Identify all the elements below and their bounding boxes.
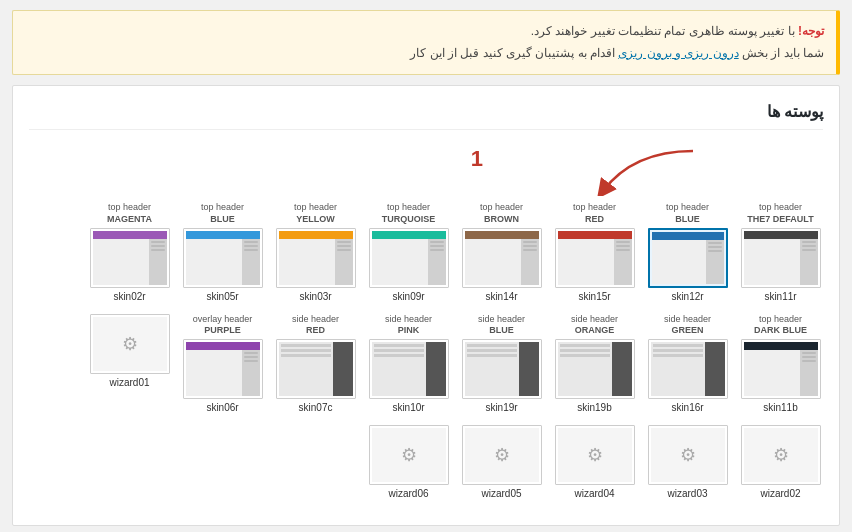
skin-preview bbox=[648, 228, 728, 288]
skin-name-label: skin06r bbox=[206, 402, 238, 413]
skin-row-3: ⚙ wizard02 ⚙ wizard03 ⚙ wizard04 bbox=[29, 423, 823, 501]
skin-name-label: skin05r bbox=[206, 291, 238, 302]
skin-item-skin19b[interactable]: side header ORANGE skin19b bbox=[552, 312, 637, 415]
skin-item-skin12r[interactable]: top header BLUE skin12r bbox=[645, 200, 730, 303]
skin-preview bbox=[90, 228, 170, 288]
skin-preview bbox=[741, 228, 821, 288]
skin-name-label: skin16r bbox=[671, 402, 703, 413]
skin-label: top header BROWN bbox=[480, 202, 523, 225]
notice-box: توجه! با تغییر پوسته ظاهری تمام تنظیمات … bbox=[12, 10, 840, 75]
skin-name-label: skin10r bbox=[392, 402, 424, 413]
annotation-area: 1 bbox=[29, 146, 823, 196]
notice-text3: اقدام به پشتیبان گیری کنید قبل از این کا… bbox=[410, 46, 618, 60]
skin-item-wizard06[interactable]: ⚙ wizard06 bbox=[366, 423, 451, 501]
skin-name-label: skin19b bbox=[577, 402, 611, 413]
skin-item-skin15r[interactable]: top header RED skin15r bbox=[552, 200, 637, 303]
skin-item-skin19r[interactable]: side header BLUE skin19r bbox=[459, 312, 544, 415]
skin-name-label: skin07c bbox=[299, 402, 333, 413]
skin-name-label: wizard05 bbox=[481, 488, 521, 499]
skin-label: side header RED bbox=[292, 314, 339, 337]
skin-name-label: skin11b bbox=[763, 402, 797, 413]
page-wrapper: توجه! با تغییر پوسته ظاهری تمام تنظیمات … bbox=[0, 10, 852, 532]
skin-name-label: skin15r bbox=[578, 291, 610, 302]
skin-preview bbox=[276, 339, 356, 399]
skin-item-skin11b[interactable]: top header DARK BLUE skin11b bbox=[738, 312, 823, 415]
skin-preview: ⚙ bbox=[648, 425, 728, 485]
skin-preview bbox=[555, 339, 635, 399]
skin-preview bbox=[555, 228, 635, 288]
skin-name-label: skin14r bbox=[485, 291, 517, 302]
skin-item-skin16r[interactable]: side header GREEN skin16r bbox=[645, 312, 730, 415]
skin-name-label: skin12r bbox=[671, 291, 703, 302]
skin-preview: ⚙ bbox=[369, 425, 449, 485]
skin-label: top header RED bbox=[573, 202, 616, 225]
panel-title: پوسته ها bbox=[29, 102, 823, 130]
notice-text1: با تغییر پوسته ظاهری تمام تنظیمات تغییر … bbox=[531, 24, 798, 38]
skin-item-skin05r[interactable]: top header BLUE skin05r bbox=[180, 200, 265, 303]
skin-item-wizard01[interactable]: ⚙ wizard01 bbox=[87, 312, 172, 415]
skin-row-1: top header THE7 DEFAULT skin11r top head… bbox=[29, 200, 823, 303]
skin-label: top header MAGENTA bbox=[107, 202, 152, 225]
skin-label: overlay header PURPLE bbox=[193, 314, 253, 337]
skin-label: top header YELLOW bbox=[294, 202, 337, 225]
skin-label: side header ORANGE bbox=[571, 314, 618, 337]
skin-item-skin09r[interactable]: top header TURQUOISE skin09r bbox=[366, 200, 451, 303]
skin-row-2: top header DARK BLUE skin11b side header bbox=[29, 312, 823, 415]
notice-bold: توجه! bbox=[798, 24, 824, 38]
skin-item-skin06r[interactable]: overlay header PURPLE skin06r bbox=[180, 312, 265, 415]
skin-item-skin10r[interactable]: side header PINK skin10r bbox=[366, 312, 451, 415]
skin-item-wizard03[interactable]: ⚙ wizard03 bbox=[645, 423, 730, 501]
skin-item-skin03r[interactable]: top header YELLOW skin03r bbox=[273, 200, 358, 303]
annotation-number-1: 1 bbox=[471, 146, 483, 172]
skin-preview bbox=[648, 339, 728, 399]
skin-item-wizard02[interactable]: ⚙ wizard02 bbox=[738, 423, 823, 501]
skin-preview: ⚙ bbox=[90, 314, 170, 374]
skin-label: top header BLUE bbox=[201, 202, 244, 225]
skin-item-skin07c[interactable]: side header RED skin07c bbox=[273, 312, 358, 415]
skin-preview bbox=[462, 339, 542, 399]
notice-link[interactable]: درون ریزی و برون ریزی bbox=[618, 46, 738, 60]
skin-label: side header BLUE bbox=[478, 314, 525, 337]
skin-label: top header TURQUOISE bbox=[382, 202, 436, 225]
skin-name-label: skin11r bbox=[764, 291, 796, 302]
skin-item-wizard04[interactable]: ⚙ wizard04 bbox=[552, 423, 637, 501]
skin-name-label: skin02r bbox=[113, 291, 145, 302]
skin-item-skin11r[interactable]: top header THE7 DEFAULT skin11r bbox=[738, 200, 823, 303]
skin-name-label: skin09r bbox=[392, 291, 424, 302]
skin-preview bbox=[369, 228, 449, 288]
skin-name-label: skin03r bbox=[299, 291, 331, 302]
skin-name-label: wizard03 bbox=[667, 488, 707, 499]
skin-preview bbox=[369, 339, 449, 399]
skin-preview bbox=[462, 228, 542, 288]
skin-preview bbox=[183, 228, 263, 288]
skin-label: side header GREEN bbox=[664, 314, 711, 337]
skin-preview: ⚙ bbox=[555, 425, 635, 485]
skin-name-label: wizard01 bbox=[109, 377, 149, 388]
skin-name-label: wizard04 bbox=[574, 488, 614, 499]
skin-name-label: wizard06 bbox=[388, 488, 428, 499]
skin-label: top header BLUE bbox=[666, 202, 709, 225]
main-panel: پوسته ها 1 top header THE7 DEFAULT bbox=[12, 85, 840, 526]
skin-label: top header DARK BLUE bbox=[754, 314, 807, 337]
skin-label: top header THE7 DEFAULT bbox=[747, 202, 813, 225]
skin-preview bbox=[741, 339, 821, 399]
skin-item-skin14r[interactable]: top header BROWN skin14r bbox=[459, 200, 544, 303]
skin-preview: ⚙ bbox=[741, 425, 821, 485]
skin-label: side header PINK bbox=[385, 314, 432, 337]
skin-name-label: wizard02 bbox=[760, 488, 800, 499]
arrow-annotation bbox=[563, 146, 703, 196]
skin-item-skin02r[interactable]: top header MAGENTA skin02r bbox=[87, 200, 172, 303]
skin-preview: ⚙ bbox=[462, 425, 542, 485]
skin-preview bbox=[276, 228, 356, 288]
skin-preview bbox=[183, 339, 263, 399]
skin-item-wizard05[interactable]: ⚙ wizard05 bbox=[459, 423, 544, 501]
skin-name-label: skin19r bbox=[485, 402, 517, 413]
notice-text2: شما باید از بخش bbox=[739, 46, 824, 60]
